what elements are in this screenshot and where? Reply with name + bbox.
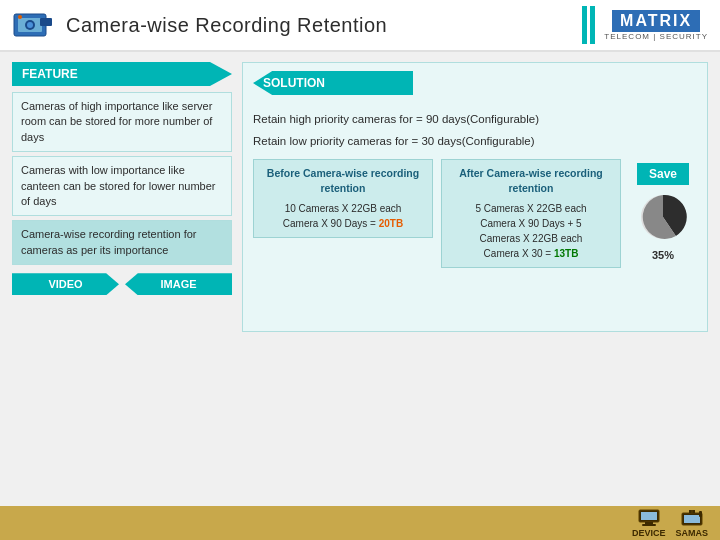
solution-header: SOLUTION (253, 71, 413, 95)
solution-panel: SOLUTION Retain high priority cameras fo… (242, 62, 708, 332)
svg-rect-10 (642, 524, 656, 526)
header-dividers (582, 6, 595, 44)
save-percent: 35% (652, 249, 674, 261)
device-icon (638, 509, 660, 527)
feature-item-1: Cameras of high importance like server r… (12, 92, 232, 152)
page-title: Camera-wise Recording Retention (66, 14, 582, 37)
main-content: FEATURE Cameras of high importance like … (0, 52, 720, 342)
comparison-area: Before Camera-wise recording retention 1… (253, 159, 697, 269)
svg-point-5 (18, 15, 22, 19)
after-title: After Camera-wise recording retention (450, 166, 612, 198)
image-button[interactable]: IMAGE (125, 273, 232, 295)
before-detail-2: Camera X 90 Days = 20TB (262, 216, 424, 231)
divider-1 (582, 6, 587, 44)
app-header: Camera-wise Recording Retention MATRIX T… (0, 0, 720, 52)
device-icon-group: DEVICE (632, 509, 666, 538)
after-highlight: 13TB (554, 248, 578, 259)
samas-label: SAMAS (675, 528, 708, 538)
camera-icon (12, 6, 56, 44)
svg-rect-13 (699, 511, 702, 517)
after-detail-1: 5 Cameras X 22GB each (450, 201, 612, 216)
after-box: After Camera-wise recording retention 5 … (441, 159, 621, 269)
before-title: Before Camera-wise recording retention (262, 166, 424, 198)
feature-item-2: Cameras with low importance like canteen… (12, 156, 232, 216)
divider-2 (590, 6, 595, 44)
video-button[interactable]: VIDEO (12, 273, 119, 295)
feature-header: FEATURE (12, 62, 232, 86)
device-label: DEVICE (632, 528, 666, 538)
header-right: MATRIX TELECOM | SECURITY (582, 6, 708, 44)
after-detail-3: Cameras X 22GB each (450, 231, 612, 246)
solution-line-1: Retain high priority cameras for = 90 da… (253, 111, 697, 128)
matrix-logo: MATRIX TELECOM | SECURITY (604, 10, 708, 41)
before-box: Before Camera-wise recording retention 1… (253, 159, 433, 239)
pie-chart (637, 191, 689, 243)
before-detail-1: 10 Cameras X 22GB each (262, 201, 424, 216)
after-detail-4: Camera X 30 = 13TB (450, 246, 612, 261)
matrix-logo-sub: TELECOM | SECURITY (604, 32, 708, 41)
before-highlight: 20TB (379, 218, 403, 229)
save-label: Save (637, 163, 689, 185)
feature-panel: FEATURE Cameras of high importance like … (12, 62, 232, 332)
video-image-buttons: VIDEO IMAGE (12, 273, 232, 295)
feature-item-3: Camera-wise recording retention for came… (12, 220, 232, 265)
svg-rect-12 (684, 515, 700, 523)
matrix-logo-name: MATRIX (612, 10, 700, 32)
samas-icon-group: SAMAS (675, 509, 708, 538)
after-detail-2: Camera X 90 Days + 5 (450, 216, 612, 231)
bottom-bar: DEVICE SAMAS (0, 506, 720, 540)
svg-rect-4 (40, 18, 52, 26)
solution-header-row: SOLUTION (253, 71, 697, 103)
save-block: Save 35% (629, 159, 697, 265)
svg-rect-8 (641, 512, 657, 520)
samas-icon (681, 509, 703, 527)
svg-point-3 (27, 22, 33, 28)
solution-line-2: Retain low priority cameras for = 30 day… (253, 133, 697, 150)
